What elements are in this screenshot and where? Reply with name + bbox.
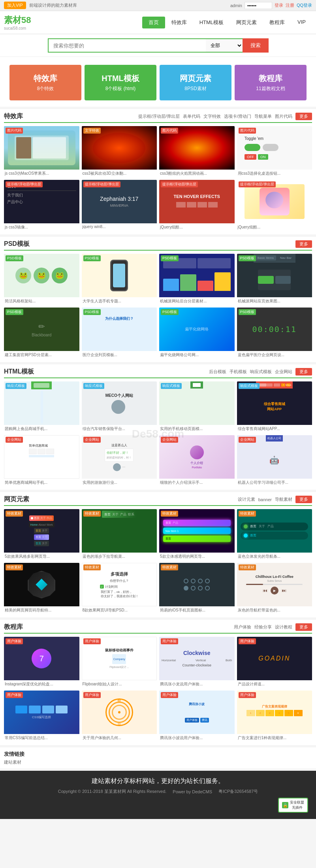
item-category-label: 用户体验 [161, 692, 178, 698]
item-caption: 细致的个人介绍演示手... [159, 479, 235, 487]
list-item[interactable]: 机器人公司 🤖 企业网站 机器人公司学习详细公司手... [237, 435, 312, 487]
password-input[interactable] [245, 2, 272, 9]
tutorials-section: 教程库 用户体验 经验分享 设计教程 更多 7 用户体验 Instagram深度… [0, 620, 316, 745]
tag-nav-menu[interactable]: 导航菜单 [254, 113, 272, 119]
nav-html[interactable]: HTML模板 [193, 17, 230, 28]
item-caption: css3被风吹动3D立体翻... [82, 170, 157, 177]
list-item[interactable]: 多项选择 你想学什么？ ✓ 计划时间 我打算了，ok，好的，你太好了，我喜欢你计… [82, 563, 157, 614]
hero-card-tutorials[interactable]: 教程库 11篇教程文档 [235, 65, 307, 100]
friend-link-item[interactable]: 建站素材 [4, 759, 21, 765]
nav-elements[interactable]: 网页元素 [230, 17, 263, 28]
tag-tooltip[interactable]: 提示框/浮动层/弹出层 [138, 113, 180, 119]
tag-mobile[interactable]: 手机模板 [229, 369, 247, 375]
list-item[interactable]: 首页 关于 产品 首页 特效素材 蓝色立体发光的导航条... [237, 509, 312, 560]
list-item[interactable]: 提示框/浮动层/弹出层 jQuery炫酷... [237, 180, 312, 231]
list-item[interactable]: 这是甚么人 你好不好，好！ 好的是对的对，对！ ···· 企业网站 实用的游旅游… [82, 435, 157, 487]
hero-card-html[interactable]: HTML模板 8个模板 (html) [85, 65, 156, 100]
list-item[interactable]: 首页 产品 Nav Item 1 首页 特效素材 5款立体感透明的网页导... [159, 509, 235, 560]
tag-banner[interactable]: banner [258, 497, 272, 502]
list-item[interactable]: 首页 关于我们 产品中心 提示框/浮动层/弹出层 js css3镜像... [4, 180, 79, 231]
tag-nav-material[interactable]: 导航素材 [275, 496, 292, 502]
list-item[interactable]: PSD模板 大学生人选手机专题... [82, 254, 157, 305]
nav-effects[interactable]: 特效库 [165, 17, 193, 28]
search-category-select[interactable]: 全部 特效库 HTML模板 网页元素 教程库 [206, 38, 243, 53]
item-caption: Flipboard创始人设计... [82, 680, 157, 688]
list-item[interactable]: Clockwise Horizontal Vertical Both Count… [159, 637, 235, 688]
nav-vip[interactable]: VIP [291, 17, 312, 28]
effects-section: 特效库 提示框/浮动层/弹出层 表单代码 文字特效 选项卡/滑动门 导航菜单 图… [0, 109, 316, 234]
item-category-label: 响应式模板 [83, 383, 104, 389]
hero-card-elements[interactable]: 网页元素 8PSD素材 [160, 65, 231, 100]
item-caption: js css3仿MacOS苹果系... [4, 170, 79, 177]
list-item[interactable]: 腾讯张小波 用户体验 腾讯 用户体验 腾讯张小波说用户体验... [159, 691, 235, 742]
list-item[interactable]: 🐸 🐸 🐸 PSD模板 简洁风格框架站... [4, 254, 79, 305]
list-item[interactable]: 特效素材 简易的iOS手机页面图标... [159, 563, 235, 614]
item-category-label: PSD模板 [239, 255, 256, 261]
list-item[interactable]: 图片代码 css3酷炫的火焰黑洞动画... [159, 126, 235, 177]
nav-home[interactable]: 首页 [142, 17, 165, 28]
list-item[interactable]: 图片代码 js css3仿MacOS苹果系... [4, 126, 79, 177]
login-button[interactable]: 登录 [275, 2, 283, 8]
nav-tutorials[interactable]: 教程库 [263, 17, 291, 28]
list-item[interactable]: 响应式模板 团购网上食品商城手机... [4, 381, 79, 433]
effects-more-button[interactable]: 更多 [295, 113, 312, 120]
tag-design-tutorial[interactable]: 设计教程 [275, 624, 292, 630]
search-button[interactable]: 搜索 [243, 38, 269, 53]
list-item[interactable]: ✏ Blackboard PSD模板 建工集面官网PSD分层素... [4, 308, 79, 359]
tag-text[interactable]: 文字特效 [203, 113, 221, 119]
list-item[interactable]: 个人介绍 Portfolio 企业网站 细致的个人介绍演示手... [159, 435, 235, 487]
list-item[interactable]: 鼠标移动动画事件 Company Flipboard设计... 用户体验 Fli… [82, 637, 157, 688]
tag-ux[interactable]: 用户体验 [234, 624, 251, 630]
top-bar-right: admin 登录 注册 QQ登录 [230, 2, 312, 9]
list-item[interactable]: 特效素材 精美的网页脚页码导航特... [4, 563, 79, 614]
list-item[interactable]: 文字特效 css3被风吹动3D立体翻... [82, 126, 157, 177]
tag-design-element[interactable]: 设计元素 [238, 496, 255, 502]
list-item[interactable]: MECO个人网站 响应式模板 综合汽车销售保险平台... [82, 381, 157, 433]
list-item[interactable]: Basic Items Nav Bar PSD模板 机械派网站应页效果图... [237, 254, 312, 305]
list-item[interactable]: Chillhoux Lo-Fi Coffee Sutra Serus ⏮ ▶ ⏭… [237, 563, 312, 614]
web-elements-more-button[interactable]: 更多 [295, 496, 312, 503]
list-item[interactable]: GOADIN 用户体验 产品设计师道... [237, 637, 312, 688]
list-item[interactable]: Toggle 'em OFF ON 图片代码 用css3选择化桌选按钮... [237, 126, 312, 177]
list-item[interactable]: 00:00:11 PSD模板 蓝色扁平医疗企业网页设... [237, 308, 312, 359]
psd-more-button[interactable]: 更多 [295, 240, 312, 248]
tag-image-code[interactable]: 图片代码 [275, 113, 292, 119]
item-category-label: 响应式模板 [239, 383, 260, 389]
tag-backend[interactable]: 后台模板 [209, 369, 226, 375]
footer-bottom: Copyright © 2011-2018 某某素材网 All Rights R… [4, 789, 312, 794]
list-item[interactable]: 简单优惠商城 企业网站 简单优惠商城网站手机... [4, 435, 79, 487]
tag-tabs[interactable]: 选项卡/滑动门 [224, 113, 251, 119]
tag-form[interactable]: 表单代码 [183, 113, 200, 119]
list-item[interactable]: 7 用户体验 Instagram深度优化的轮盘... [4, 637, 79, 688]
item-category-label: 文字特效 [83, 128, 101, 134]
psd-header: PSD模板 更多 [4, 240, 312, 251]
list-item[interactable]: 响应式模板 实用的手机移动页面模... [159, 381, 235, 433]
item-caption: jquery win8... [82, 223, 157, 230]
html-more-button[interactable]: 更多 [295, 368, 312, 376]
qq-login-button[interactable]: QQ登录 [297, 2, 312, 8]
list-item[interactable]: TEN HOVER EFFECTS 提示框/浮动层/弹出层 jQuery炫酷..… [159, 180, 235, 231]
register-button[interactable]: 注册 [286, 2, 294, 8]
item-caption: 机械派网站应页效果图... [237, 297, 312, 305]
tutorials-more-button[interactable]: 更多 [295, 623, 312, 631]
tutorials-header: 教程库 用户体验 经验分享 设计教程 更多 [4, 623, 312, 634]
vip-button[interactable]: 加入VIP [4, 2, 26, 9]
item-caption: 蓝色立体发光的导航条... [237, 553, 312, 560]
search-input[interactable] [48, 38, 206, 53]
list-item[interactable]: 广告文案表现规律 1 2 3 4 5 6 用户体验 广告文案进行1种表现规律..… [237, 691, 312, 742]
tag-experience[interactable]: 经验分享 [254, 624, 272, 630]
hero-card-effects[interactable]: 特效库 8个特效 [9, 65, 81, 100]
tag-enterprise[interactable]: 企业网站 [275, 369, 292, 375]
list-item[interactable]: CSS编写选择 用户体验 常用CSS编写前选总结... [4, 691, 79, 742]
item-category-label: PSD模板 [161, 309, 179, 315]
item-caption: 广告文案进行1种表现规律... [237, 734, 312, 742]
tag-responsive[interactable]: 响应式模板 [250, 369, 272, 375]
list-item[interactable]: ! SALE 综合零售商城网站APP 响应式模板 综合零售商城网站APP... [237, 381, 312, 433]
list-item[interactable]: 60 30 用户体验 关于用户体验的几何... [82, 691, 157, 742]
list-item[interactable]: 为什么选择我们？ PSD模板 医疗企业列页模板... [82, 308, 157, 359]
list-item[interactable]: 首页 关于 作品 Home About Work 首页 关于 首页 关于 [4, 509, 79, 560]
list-item[interactable]: PSD模板 机械派网站后台分层素材... [159, 254, 235, 305]
list-item[interactable]: Zephaniah 3:17 MINVERVA 提示框/浮动层/弹出层 jque… [82, 180, 157, 231]
list-item[interactable]: 扁平化烧网络 PSD模板 扁平化烧网络公司网... [159, 308, 235, 359]
list-item[interactable]: 首页 关于 产品 联系 特效素材 蓝色的渐步下拉导航菜... [82, 509, 157, 560]
